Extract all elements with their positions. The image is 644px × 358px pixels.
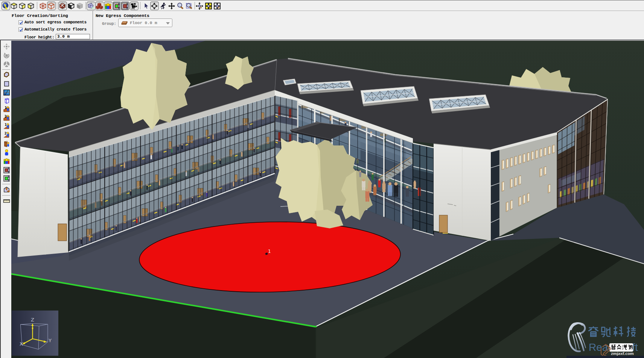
toolbar-separator [195, 2, 195, 9]
view-frame-green-icon [113, 2, 120, 10]
draw-polygon-button[interactable] [3, 71, 10, 78]
cube-left-yellow-button[interactable] [27, 2, 35, 10]
rotate-gray-icon [3, 52, 10, 59]
view-frame-green-button[interactable] [113, 2, 121, 10]
cubes-red-button[interactable] [95, 2, 104, 10]
select-sphere-icon [2, 2, 9, 10]
ramp-2-button[interactable]: 2 [3, 131, 10, 139]
cube-top-yellow-icon [10, 2, 18, 10]
zoom-box-button[interactable] [185, 2, 193, 10]
zoom-axes-icon [196, 2, 203, 10]
sphere-gray-icon [3, 61, 10, 68]
zoom-fit-yellow-button[interactable] [204, 2, 213, 10]
ramp-1-button[interactable]: 1 [3, 122, 10, 130]
auto-sort-checkbox[interactable] [18, 20, 23, 24]
zoom-fit-white-button[interactable] [213, 2, 222, 10]
floor-icon [121, 20, 128, 26]
view-frame-red-button[interactable] [121, 2, 129, 10]
view-frame-red-icon [121, 2, 129, 10]
draw-rect-button[interactable] [3, 80, 10, 87]
measure-blue-icon [3, 89, 10, 96]
scene-canvas[interactable]: 1 XYZ ReachSoft睿驰科技 智淼消防zmjaxf.com [11, 41, 644, 358]
camera-green-button[interactable] [3, 174, 10, 182]
cube-outline-icon [67, 2, 75, 10]
zoom-magnifier-button[interactable] [176, 2, 185, 10]
group-label: Group: [102, 21, 116, 26]
toolbar-separator [2, 195, 10, 196]
move-arrows-button[interactable] [167, 2, 176, 10]
cubes-red-icon [96, 2, 103, 10]
axis-gizmo: XYZ [12, 311, 58, 356]
auto-floors-checkbox[interactable] [18, 28, 23, 32]
cube-front-yellow-icon [18, 2, 26, 10]
cube-top-yellow-button[interactable] [10, 2, 18, 10]
group-value: Floor 0.0 m [130, 21, 157, 25]
group-dropdown[interactable]: Floor 0.0 m [118, 18, 172, 27]
measure-blue-button[interactable] [3, 89, 10, 96]
occupant-group-button[interactable] [3, 157, 10, 165]
door-icon [3, 140, 10, 147]
svg-text:1: 1 [5, 106, 7, 110]
cube-front-yellow-button[interactable] [18, 2, 27, 10]
dropdown-arrow-icon [166, 22, 170, 24]
orbit-icon [151, 2, 158, 10]
camera-red-icon [3, 167, 10, 174]
cube-gray-button[interactable] [76, 2, 84, 10]
runner-icon [159, 2, 167, 10]
cube-wire-red-button[interactable] [39, 2, 47, 10]
occupant-icon [3, 149, 10, 156]
options-panel-row: Floor Creation/Sorting Auto sort egress … [0, 11, 644, 40]
zoom-fit-white-icon [213, 2, 221, 10]
zone-label: 1 [268, 249, 271, 254]
door-button[interactable] [3, 140, 10, 147]
svg-text:1: 1 [5, 123, 7, 127]
camera-green-icon [3, 175, 10, 182]
elevator-button[interactable] [3, 186, 10, 193]
checkmark-icon [19, 28, 23, 32]
floor-creation-panel-title: Floor Creation/Sorting [12, 13, 68, 18]
zoom-axes-button[interactable] [195, 2, 204, 10]
zoom-box-icon [185, 2, 193, 10]
stairs-2-button[interactable]: 2 [3, 114, 10, 122]
stairs-2-icon: 2 [3, 115, 10, 122]
select-sphere-button[interactable] [2, 2, 10, 10]
toolbar-separator [57, 2, 57, 9]
ramp-1-icon: 1 [3, 123, 10, 130]
cube-wire-red-top-icon [47, 2, 55, 10]
orbit-button[interactable] [150, 2, 159, 10]
toolbar-separator [37, 2, 37, 9]
zoom-fit-yellow-icon [205, 2, 212, 10]
stairs-1-button[interactable]: 1 [3, 106, 10, 113]
viewport-3d[interactable]: 1 XYZ ReachSoft睿驰科技 智淼消防zmjaxf.com [11, 41, 644, 358]
pan-gray-icon [3, 43, 10, 50]
cube-hatched-red-icon [59, 2, 66, 10]
ruler-button[interactable] [3, 197, 10, 205]
movie-camera-button[interactable] [130, 2, 139, 10]
wall-box-button[interactable] [3, 97, 10, 104]
floor-height-label: Floor height: [24, 35, 54, 40]
cube-hatched-red-button[interactable] [58, 2, 67, 10]
pan-gray-button[interactable] [3, 43, 10, 50]
occupant-button[interactable] [3, 148, 10, 156]
cube-left-yellow-icon [27, 2, 35, 10]
plane-fragments-button[interactable] [87, 2, 95, 10]
cube-wire-red-icon [39, 2, 47, 10]
rotate-gray-button[interactable] [3, 52, 10, 59]
toolbar-separator [140, 2, 140, 9]
draw-rect-icon [3, 80, 10, 87]
sphere-gray-button[interactable] [3, 60, 10, 68]
new-egress-panel-title: New Egress Components [96, 13, 149, 18]
panel-divider [93, 11, 93, 40]
toolbar-separator [85, 2, 86, 9]
svg-text:2: 2 [4, 132, 6, 135]
cube-wire-red-top-button[interactable] [47, 2, 56, 10]
auto-sort-label: Auto sort egress components [24, 20, 87, 24]
camera-red-button[interactable] [3, 166, 10, 174]
checkmark-icon [19, 20, 23, 25]
cursor-arrow-button[interactable] [142, 2, 151, 10]
draw-polygon-icon [3, 71, 10, 78]
runner-button[interactable] [159, 2, 167, 10]
floor-height-input[interactable] [56, 34, 90, 39]
people-group-button[interactable] [104, 2, 113, 10]
cube-outline-button[interactable] [67, 2, 76, 10]
